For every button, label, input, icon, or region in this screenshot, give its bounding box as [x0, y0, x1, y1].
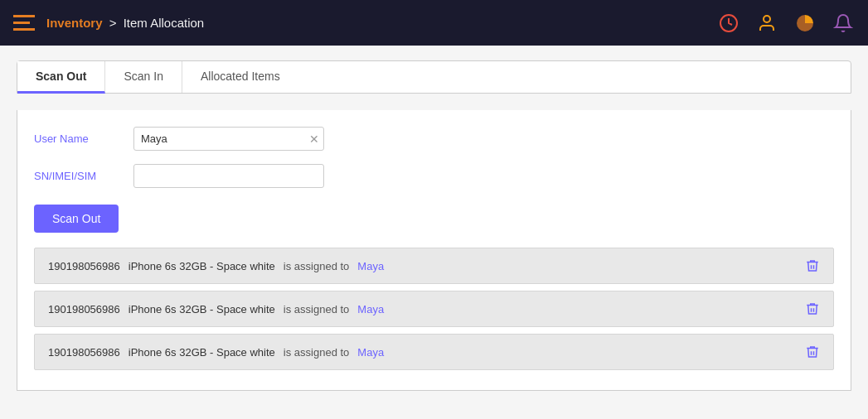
- table-row: 190198056986 iPhone 6s 32GB - Space whit…: [34, 334, 834, 370]
- username-input-wrap: ✕: [133, 127, 324, 151]
- result-device: iPhone 6s 32GB - Space white: [129, 260, 275, 272]
- table-row: 190198056986 iPhone 6s 32GB - Space whit…: [34, 248, 834, 284]
- pie-chart-icon[interactable]: [793, 12, 817, 35]
- username-input[interactable]: [133, 127, 324, 151]
- result-list: 190198056986 iPhone 6s 32GB - Space whit…: [34, 248, 834, 370]
- result-user: Maya: [357, 346, 384, 359]
- result-assigned-text: is assigned to: [284, 303, 350, 315]
- result-device: iPhone 6s 32GB - Space white: [129, 303, 275, 315]
- header-left: Inventory > Item Allocation: [13, 15, 204, 31]
- username-row: User Name ✕: [34, 127, 834, 151]
- result-serial: 190198056986: [48, 260, 120, 272]
- username-clear-button[interactable]: ✕: [309, 133, 319, 145]
- result-assigned-text: is assigned to: [284, 346, 350, 359]
- breadcrumb: Inventory > Item Allocation: [46, 16, 204, 30]
- form-section: User Name ✕ SN/IMEI/SIM Scan Out 1901980…: [17, 110, 851, 391]
- delete-button[interactable]: [805, 344, 820, 359]
- header: Inventory > Item Allocation: [0, 0, 868, 46]
- username-label: User Name: [34, 132, 133, 145]
- breadcrumb-separator: >: [109, 16, 117, 30]
- scan-out-button[interactable]: Scan Out: [34, 205, 119, 233]
- tab-scan-in[interactable]: Scan In: [105, 61, 182, 93]
- result-assigned-text: is assigned to: [284, 260, 350, 272]
- tab-allocated-items[interactable]: Allocated Items: [182, 61, 298, 93]
- header-icons: [717, 12, 855, 35]
- bell-icon[interactable]: [832, 12, 855, 35]
- sn-input-wrap: [133, 164, 324, 188]
- breadcrumb-inventory[interactable]: Inventory: [46, 16, 103, 30]
- result-serial: 190198056986: [48, 346, 120, 359]
- svg-point-1: [764, 16, 770, 22]
- result-serial: 190198056986: [48, 303, 120, 315]
- delete-button[interactable]: [805, 301, 820, 316]
- breadcrumb-current: Item Allocation: [124, 16, 205, 30]
- clock-icon[interactable]: [717, 12, 740, 35]
- user-icon[interactable]: [755, 12, 778, 35]
- tabs-container: Scan Out Scan In Allocated Items: [17, 60, 851, 94]
- sn-row: SN/IMEI/SIM: [34, 164, 834, 188]
- hamburger-icon[interactable]: [13, 15, 35, 31]
- table-row: 190198056986 iPhone 6s 32GB - Space whit…: [34, 291, 834, 327]
- result-device: iPhone 6s 32GB - Space white: [129, 346, 275, 359]
- sn-input[interactable]: [133, 164, 324, 188]
- result-user: Maya: [357, 303, 384, 315]
- sn-label: SN/IMEI/SIM: [34, 170, 133, 182]
- result-user: Maya: [357, 260, 384, 272]
- tab-scan-out[interactable]: Scan Out: [17, 61, 105, 94]
- delete-button[interactable]: [805, 258, 820, 273]
- main-content: Scan Out Scan In Allocated Items User Na…: [0, 46, 868, 406]
